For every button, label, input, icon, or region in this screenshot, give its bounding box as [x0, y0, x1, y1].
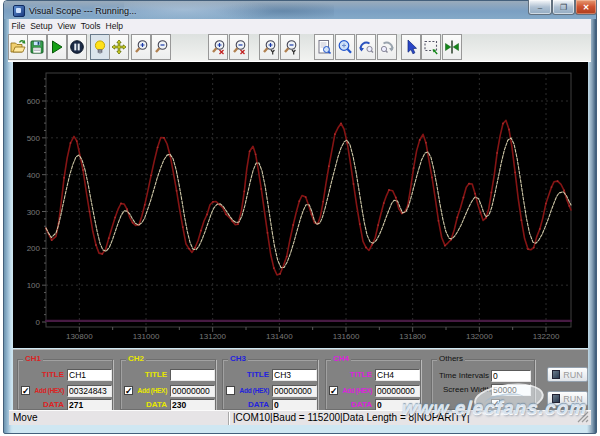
zoom-window-icon [316, 39, 332, 55]
addr-hex-label: Add (HEX) [29, 385, 64, 397]
run-button-icon [552, 394, 560, 403]
fit-width-icon [444, 39, 460, 55]
toolbar-button-move[interactable] [109, 34, 129, 60]
toolbar-button-redo-zoom[interactable] [377, 34, 397, 60]
toolbar-button-select-region[interactable] [421, 34, 441, 60]
toolbar-button-zoom-out-x[interactable] [229, 34, 249, 60]
statusbar: Move |COM10|Baud = 115200|Data Length = … [9, 410, 591, 425]
zoom-dynamic-icon [337, 39, 353, 55]
channel-group-ch1: CH1TITLE✓Add (HEX)DATA [17, 359, 113, 410]
toolbar-button-zoom-window[interactable] [314, 34, 334, 60]
maximize-button[interactable]: ❐ [552, 0, 575, 15]
zoom-out-icon [153, 39, 169, 55]
menubar: FileSetupViewToolsHelp [9, 19, 591, 34]
window-title: Visual Scope --- Running... [29, 6, 136, 16]
menu-view[interactable]: View [55, 19, 78, 34]
svg-text:200: 200 [27, 244, 41, 253]
select-region-icon [423, 39, 439, 55]
channel-addr-input[interactable] [375, 385, 420, 397]
menu-tools[interactable]: Tools [78, 19, 103, 34]
close-button[interactable]: ✕ [575, 0, 597, 15]
channel-legend: CH1 [23, 354, 43, 364]
resize-grip[interactable] [576, 410, 590, 424]
open-file-icon [10, 39, 26, 55]
undo-zoom-icon [358, 39, 374, 55]
channel-panel: CH1TITLE✓Add (HEX)DATACH2TITLE✓Add (HEX)… [13, 349, 588, 410]
toolbar-button-zoom-in[interactable] [131, 34, 151, 60]
screen-width-label: Screen Width [443, 384, 491, 396]
titlebar: Visual Scope --- Running... [4, 1, 596, 19]
redo-zoom-icon [379, 39, 395, 55]
channel-title-input[interactable] [67, 369, 112, 381]
toolbar-button-fit-width[interactable] [442, 34, 462, 60]
svg-text:100: 100 [27, 281, 41, 290]
menu-setup[interactable]: Setup [28, 19, 55, 34]
run-button-label: RUN [563, 370, 583, 380]
channel-addr-input[interactable] [67, 385, 112, 397]
channel-legend: CH2 [126, 354, 146, 364]
svg-text:130800: 130800 [66, 332, 93, 341]
time-intervals-input[interactable] [491, 370, 531, 382]
channel-group-ch4: CH4TITLE✓Add (HEX)DATA [325, 359, 421, 410]
channel-title-input[interactable] [170, 369, 215, 381]
screen-width-input[interactable] [491, 384, 531, 396]
time-intervals-label: Time Intervals [439, 370, 489, 382]
run-button-2[interactable]: RUN [547, 391, 588, 406]
toolbar-button-light[interactable] [90, 34, 110, 60]
toolbar-button-pause[interactable] [67, 34, 87, 60]
svg-text:132200: 132200 [533, 332, 560, 341]
addr-hex-label: Add (HEX) [337, 385, 372, 397]
title-label: TITLE [125, 369, 167, 381]
toolbar-button-undo-zoom[interactable] [356, 34, 376, 60]
toolbar-button-open-file[interactable] [8, 34, 28, 60]
addr-hex-label: Add (HEX) [234, 385, 269, 397]
toolbar-button-run[interactable] [47, 34, 67, 60]
light-icon [92, 39, 108, 55]
zoom-in-x-icon [210, 39, 226, 55]
toolbar-button-zoom-out-y[interactable] [280, 34, 300, 60]
pause-icon [69, 39, 85, 55]
svg-text:131600: 131600 [333, 332, 360, 341]
toolbar-button-zoom-in-y[interactable] [259, 34, 279, 60]
toolbar-button-zoom-out[interactable] [151, 34, 171, 60]
status-mode: Move [13, 412, 37, 423]
scope-plot: 0100200300400500600130800131000131200131… [13, 62, 588, 348]
title-label: TITLE [227, 369, 269, 381]
toolbar [8, 34, 591, 62]
svg-text:500: 500 [27, 134, 41, 143]
channel-addr-input[interactable] [170, 385, 215, 397]
status-com-info: |COM10|Baud = 115200|Data Length = 8|NOP… [233, 412, 470, 423]
run-button-1[interactable]: RUN [547, 367, 588, 382]
minimize-icon: – [538, 3, 542, 12]
maximize-icon: ❐ [560, 3, 567, 12]
channel-addr-input[interactable] [272, 385, 317, 397]
scope-chart: 0100200300400500600130800131000131200131… [13, 62, 588, 348]
toolbar-button-save-file[interactable] [27, 34, 47, 60]
channel-title-input[interactable] [375, 369, 420, 381]
pointer-icon [403, 39, 419, 55]
toolbar-button-zoom-in-x[interactable] [208, 34, 228, 60]
others-legend: Others [437, 354, 465, 364]
title-label: TITLE [22, 369, 64, 381]
run-icon [49, 39, 65, 55]
zoom-in-y-icon [261, 39, 277, 55]
zoom-out-y-icon [282, 39, 298, 55]
channel-group-ch3: CH3TITLEAdd (HEX)DATA [222, 359, 318, 410]
zoom-out-x-icon [231, 39, 247, 55]
menu-help[interactable]: Help [103, 19, 125, 34]
others-checkbox[interactable]: ✓ [491, 399, 500, 408]
run-button-label: RUN [563, 394, 583, 404]
move-icon [111, 39, 127, 55]
svg-text:131400: 131400 [266, 332, 293, 341]
save-file-icon [29, 39, 45, 55]
minimize-button[interactable]: – [528, 0, 552, 15]
addr-hex-label: Add (HEX) [132, 385, 167, 397]
toolbar-button-zoom-dynamic[interactable] [335, 34, 355, 60]
title-label: TITLE [330, 369, 372, 381]
others-group: OthersTime IntervalsScreen Width✓ [431, 359, 535, 410]
app-icon [13, 5, 25, 17]
menu-file[interactable]: File [9, 19, 28, 34]
channel-title-input[interactable] [272, 369, 317, 381]
svg-text:131000: 131000 [133, 332, 160, 341]
toolbar-button-pointer[interactable] [401, 34, 421, 60]
